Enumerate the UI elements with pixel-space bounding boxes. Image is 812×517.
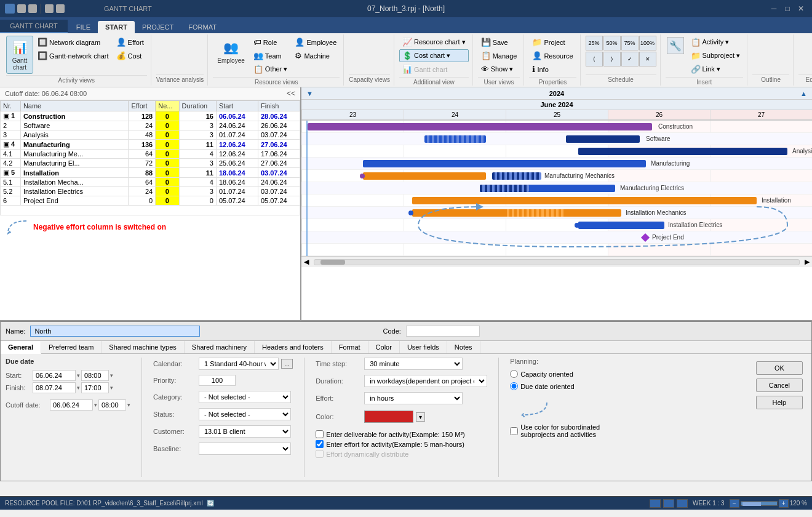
save-view-button[interactable]: 💾 Save [478, 36, 520, 49]
insert-icon-1[interactable]: 🔧 [667, 37, 684, 54]
pct-100-button[interactable]: 100% [639, 36, 656, 50]
employee-large-button[interactable]: 👥 Employee [213, 36, 249, 67]
customer-select[interactable]: 13.01 B client [199, 425, 291, 438]
tab-shared-machinery[interactable]: Shared machinery [185, 341, 255, 353]
table-row[interactable]: 6 Project End 0 0 0 05.07.24 05.07.24 [1, 196, 300, 206]
cost-chart-button[interactable]: 💲 Cost chart ▾ [399, 49, 469, 62]
cost-button[interactable]: 💰 Cost [113, 49, 147, 62]
pct-50-button[interactable]: 50% [603, 36, 621, 50]
start-date-input[interactable] [33, 370, 76, 381]
resource-button[interactable]: 👤 Resource [529, 49, 576, 62]
finish-time-input[interactable] [81, 382, 109, 393]
tab-user-fields[interactable]: User fields [400, 341, 447, 353]
checkbox-effort[interactable] [316, 440, 324, 448]
code-input[interactable] [406, 326, 480, 337]
network-diagram-button[interactable]: 🔲 Network diagram [34, 36, 112, 49]
table-row[interactable]: 3 Analysis 48 0 3 01.07.24 03.07.24 [1, 130, 300, 140]
cancel-button[interactable]: Cancel [756, 379, 803, 392]
schedule-check-button[interactable]: ✓ [621, 52, 639, 66]
annotation-arrow-svg [5, 218, 30, 236]
status-select[interactable]: - Not selected - [199, 408, 291, 420]
tab-preferred-team[interactable]: Preferred team [41, 341, 102, 353]
expand-4[interactable]: ▣ [3, 140, 9, 148]
employee-button[interactable]: 👤 Employee [292, 36, 340, 49]
ok-button[interactable]: OK [756, 361, 803, 375]
radio-duedate[interactable] [510, 382, 518, 390]
checkbox-deliverable[interactable] [316, 430, 324, 438]
other-button[interactable]: 📋 Other ▾ [250, 63, 291, 76]
activity-button[interactable]: 📋 Activity ▾ [688, 36, 744, 49]
gantt-chart-sub-button[interactable]: 📊 Gantt chart [399, 63, 469, 76]
gantt-network-button[interactable]: 🔲 Gantt-network chart [34, 49, 112, 62]
link-button[interactable]: 🔗 Link ▾ [688, 63, 744, 76]
table-row[interactable]: ▣ 5 Installation 88 0 11 18.06.24 03.07.… [1, 168, 300, 178]
calendar-browse-button[interactable]: ... [281, 359, 293, 369]
effort-select[interactable]: in hours [364, 392, 463, 404]
tab-color[interactable]: Color [368, 341, 400, 353]
priority-input[interactable] [199, 375, 236, 386]
expand-1[interactable]: ▣ [3, 112, 9, 119]
manage-button[interactable]: 📋 Manage [478, 49, 520, 62]
scroll-right-button[interactable]: ▶ [802, 258, 812, 266]
checkbox-use-color[interactable] [510, 427, 518, 435]
tab-general[interactable]: General [1, 341, 41, 354]
pct-75-button[interactable]: 75% [621, 36, 639, 50]
zoom-slider[interactable] [741, 501, 778, 506]
radio-capacity[interactable] [510, 370, 518, 378]
name-input[interactable] [30, 326, 200, 337]
show-button[interactable]: 👁 Show ▾ [478, 63, 520, 76]
machine-button[interactable]: ⚙ Machine [292, 49, 340, 62]
maximize-button[interactable]: □ [781, 3, 794, 14]
schedule-plus-button[interactable]: ⟩ [603, 52, 621, 66]
collapse-button[interactable]: << [287, 89, 295, 98]
tab-notes[interactable]: Notes [447, 341, 480, 353]
scroll-left-button[interactable]: ◀ [301, 258, 311, 266]
pct-25-button[interactable]: 25% [586, 36, 603, 50]
gantt-chart-button[interactable]: 📊 Ganttchart [6, 36, 33, 74]
info-button[interactable]: ℹ Info [529, 63, 576, 76]
table-row[interactable]: 4.2 Manufacturing El... 72 0 3 25.06.24 … [1, 159, 300, 168]
cutoff-time-input[interactable] [98, 399, 126, 411]
schedule-minus-button[interactable]: ⟨ [586, 52, 603, 66]
table-row[interactable]: 5.1 Installation Mecha... 64 0 4 18.06.2… [1, 178, 300, 187]
tab-project[interactable]: PROJECT [135, 21, 181, 33]
cutoff-date-input[interactable] [50, 399, 93, 411]
color-dropdown-button[interactable]: ▾ [416, 412, 425, 422]
refresh-icon[interactable]: 🔄 [207, 500, 214, 507]
tab-shared-machine-types[interactable]: Shared machine types [102, 341, 184, 353]
tab-format[interactable]: Format [332, 341, 368, 353]
resource-chart-button[interactable]: 📈 Resource chart ▾ [399, 36, 469, 49]
close-button[interactable]: ✕ [795, 3, 807, 14]
table-row[interactable]: 4.1 Manufacturing Me... 64 0 4 12.06.24 … [1, 150, 300, 159]
cell-nr: 5.2 [1, 187, 21, 196]
schedule-x-button[interactable]: ✕ [639, 52, 656, 66]
chart-scrollbar[interactable]: ◀ ▶ [301, 256, 812, 267]
minimize-button[interactable]: ─ [768, 3, 780, 14]
duration-select[interactable]: in workdays(dependent on project c [364, 375, 487, 387]
finish-date-input[interactable] [33, 382, 76, 393]
zoom-in-button[interactable]: + [779, 499, 789, 508]
help-button[interactable]: Help [756, 396, 803, 409]
tab-headers-footers[interactable]: Headers and footers [255, 341, 332, 353]
expand-5[interactable]: ▣ [3, 169, 9, 176]
calendar-select[interactable]: 1 Standard 40-hour wor... [199, 358, 279, 370]
zoom-out-button[interactable]: − [730, 499, 739, 508]
role-button[interactable]: 🏷 Role [250, 36, 291, 49]
project-button[interactable]: 📁 Project [529, 36, 576, 49]
subproject-button[interactable]: 📁 Subproject ▾ [688, 49, 744, 62]
tab-start[interactable]: START [98, 21, 135, 33]
team-button[interactable]: 👥 Team [250, 49, 291, 62]
table-row[interactable]: 2 Software 24 0 3 24.06.24 26.06.24 [1, 121, 300, 130]
category-select[interactable]: - Not selected - [199, 391, 291, 403]
baseline-select[interactable] [199, 443, 291, 455]
checkbox-dynamic[interactable] [316, 450, 324, 458]
start-time-input[interactable] [81, 370, 109, 381]
time-step-select[interactable]: 30 minute [364, 358, 463, 370]
tab-format[interactable]: FORMAT [181, 21, 224, 33]
scroll-thumb[interactable] [320, 260, 345, 265]
table-row[interactable]: ▣ 4 Manufacturing 136 0 11 12.06.24 27.0… [1, 140, 300, 150]
table-row[interactable]: ▣ 1 Construction 128 0 16 06.06.24 28.06… [1, 111, 300, 121]
table-row[interactable]: 5.2 Installation Electrics 24 0 3 01.07.… [1, 187, 300, 196]
tab-file[interactable]: FILE [69, 21, 98, 33]
effort-button[interactable]: 👤 Effort [113, 36, 147, 49]
